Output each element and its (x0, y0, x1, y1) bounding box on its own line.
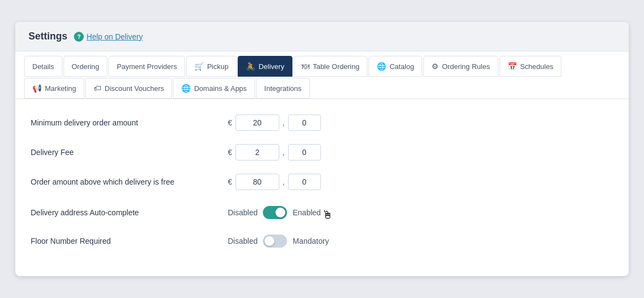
floor-mandatory-label: Mandatory (292, 237, 329, 245)
help-icon: ? (74, 32, 84, 42)
tab-payment-providers[interactable]: Payment Providers (108, 56, 185, 77)
delivery-fee-label: Delivery Fee (31, 148, 228, 157)
marketing-icon: 📢 (32, 84, 42, 93)
min-delivery-whole-input[interactable] (235, 114, 279, 131)
ordering-rules-icon: ⚙ (432, 62, 439, 71)
floor-number-row: Floor Number Required Disabled Mandatory (31, 234, 613, 248)
tab-marketing-label: Marketing (45, 84, 76, 93)
tab-delivery-label: Delivery (258, 62, 284, 71)
floor-disabled-label: Disabled (228, 237, 257, 245)
decimal-separator-1: , (283, 118, 285, 127)
pickup-icon: 🛒 (194, 62, 204, 71)
tabs-container: Details Ordering Payment Providers 🛒 Pic… (15, 51, 629, 99)
free-delivery-label: Order amount above which delivery is fre… (31, 177, 228, 186)
tab-marketing[interactable]: 📢 Marketing (24, 78, 84, 99)
tab-delivery[interactable]: 🚴 Delivery (238, 56, 292, 77)
tab-payment-providers-label: Payment Providers (117, 62, 177, 71)
tab-pickup[interactable]: 🛒 Pickup (186, 56, 237, 77)
tab-details-label: Details (32, 62, 54, 71)
tab-ordering-label: Ordering (72, 62, 100, 71)
tab-details[interactable]: Details (24, 56, 62, 77)
delivery-icon: 🚴 (246, 62, 255, 71)
free-delivery-decimal-input[interactable] (288, 174, 321, 190)
currency-symbol-3: € (228, 177, 232, 186)
autocomplete-toggle-group: Disabled Enabled 🖱 (228, 203, 333, 221)
tab-schedules[interactable]: 📅 Schedules (499, 56, 562, 77)
domains-apps-icon: 🌐 (181, 84, 191, 93)
tab-domains-apps-label: Domains & Apps (194, 84, 246, 93)
tab-ordering[interactable]: Ordering (64, 56, 108, 77)
help-link-text: Help on Delivery (87, 32, 143, 41)
autocomplete-row: Delivery address Auto-complete Disabled … (31, 203, 613, 221)
discount-vouchers-icon: 🏷 (94, 84, 101, 93)
min-delivery-order-row: Minimum delivery order amount € , (31, 114, 613, 131)
cursor-indicator: 🖱 (322, 209, 333, 221)
tab-schedules-label: Schedules (520, 62, 554, 71)
free-delivery-input-group: € , (228, 174, 321, 190)
autocomplete-toggle-knob (275, 208, 285, 217)
decimal-separator-2: , (283, 148, 285, 157)
tab-catalog-label: Catalog (389, 62, 414, 71)
tab-ordering-rules-label: Ordering Rules (442, 62, 490, 71)
tab-table-ordering[interactable]: 🍽 Table Ordering (294, 56, 367, 77)
tab-integrations-label: Integrations (264, 84, 302, 93)
min-delivery-order-label: Minimum delivery order amount (31, 118, 228, 127)
card-header: Settings ? Help on Delivery (15, 22, 629, 51)
free-delivery-whole-input[interactable] (235, 174, 279, 190)
main-content: Minimum delivery order amount € , Delive… (15, 99, 629, 276)
autocomplete-enabled-label: Enabled (292, 208, 320, 217)
tabs-row-2: 📢 Marketing 🏷 Discount Vouchers 🌐 Domain… (15, 77, 629, 99)
delivery-fee-decimal-input[interactable] (288, 144, 321, 161)
delivery-fee-whole-input[interactable] (235, 144, 279, 161)
decimal-separator-3: , (283, 177, 285, 186)
floor-number-toggle-group: Disabled Mandatory (228, 234, 329, 248)
delivery-fee-row: Delivery Fee € , (31, 144, 613, 161)
help-link[interactable]: ? Help on Delivery (74, 32, 143, 42)
autocomplete-disabled-label: Disabled (228, 208, 257, 217)
tab-catalog[interactable]: 🌐 Catalog (369, 56, 422, 77)
min-delivery-order-input-group: € , (228, 114, 321, 131)
floor-toggle[interactable] (263, 234, 287, 248)
tab-discount-vouchers[interactable]: 🏷 Discount Vouchers (85, 78, 172, 99)
table-ordering-icon: 🍽 (302, 62, 309, 71)
tab-discount-vouchers-label: Discount Vouchers (105, 84, 164, 93)
tabs-row-1: Details Ordering Payment Providers 🛒 Pic… (15, 51, 629, 77)
page-title: Settings (28, 31, 67, 42)
floor-number-label: Floor Number Required (31, 237, 228, 245)
schedules-icon: 📅 (508, 62, 517, 71)
tab-pickup-label: Pickup (207, 62, 228, 71)
tab-integrations[interactable]: Integrations (256, 78, 310, 99)
autocomplete-toggle[interactable] (263, 206, 287, 219)
autocomplete-label: Delivery address Auto-complete (31, 208, 228, 217)
tab-ordering-rules[interactable]: ⚙ Ordering Rules (423, 56, 498, 77)
delivery-fee-input-group: € , (228, 144, 321, 161)
min-delivery-decimal-input[interactable] (288, 114, 321, 131)
tab-domains-apps[interactable]: 🌐 Domains & Apps (173, 78, 255, 99)
settings-card: Settings ? Help on Delivery Details Orde… (15, 22, 629, 276)
currency-symbol-1: € (228, 118, 232, 127)
catalog-icon: 🌐 (377, 62, 386, 71)
tab-table-ordering-label: Table Ordering (313, 62, 359, 71)
free-delivery-row: Order amount above which delivery is fre… (31, 174, 613, 190)
currency-symbol-2: € (228, 148, 232, 157)
